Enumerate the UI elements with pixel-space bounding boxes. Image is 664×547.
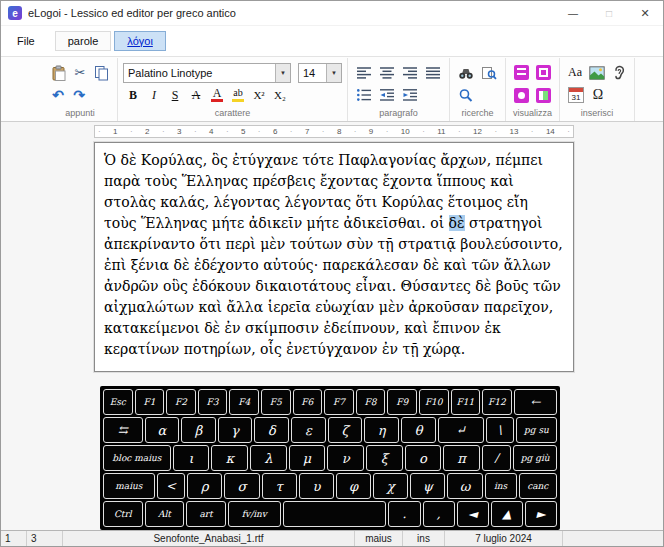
key-f8[interactable]: F8	[356, 389, 386, 415]
key-f2[interactable]: F2	[166, 389, 196, 415]
insert-image-button[interactable]	[586, 63, 608, 83]
superscript-button[interactable]: X²	[249, 85, 269, 105]
key-f4[interactable]: F4	[229, 389, 259, 415]
key-enter[interactable]: ↵	[438, 417, 484, 443]
key-θ[interactable]: θ	[401, 417, 436, 443]
key-slash[interactable]: /	[482, 445, 512, 471]
decrease-indent-button[interactable]	[376, 85, 398, 105]
key-esc[interactable]: Esc	[103, 389, 133, 415]
view-option-2-button[interactable]	[533, 63, 554, 83]
font-color-button[interactable]: A	[207, 85, 227, 105]
key-space[interactable]	[283, 501, 387, 527]
text-editor[interactable]: Ὁ δὲ Κορύλας, ὃς ἐτύγχανε τότε Παφλαγονί…	[94, 142, 574, 372]
insert-symbol-button[interactable]: Ω	[588, 85, 608, 105]
insert-date-button[interactable]: 31	[565, 85, 587, 105]
key-pg-giu[interactable]: pg giù	[513, 445, 557, 471]
key-f10[interactable]: F10	[419, 389, 449, 415]
file-menu[interactable]: File	[11, 32, 41, 50]
align-right-button[interactable]	[399, 63, 421, 83]
key-f6[interactable]: F6	[293, 389, 323, 415]
key-arrow-up[interactable]: ▲	[491, 501, 523, 527]
key-ξ[interactable]: ξ	[366, 445, 403, 471]
key-ρ[interactable]: ρ	[187, 473, 222, 499]
subscript-button[interactable]: X₂	[270, 85, 290, 105]
underline-button[interactable]: S	[165, 85, 185, 105]
align-center-button[interactable]	[376, 63, 398, 83]
key-φ[interactable]: φ	[336, 473, 371, 499]
key-σ[interactable]: σ	[224, 473, 259, 499]
key-π[interactable]: π	[443, 445, 480, 471]
key-less-than[interactable]: <	[157, 473, 186, 499]
key-η[interactable]: η	[364, 417, 399, 443]
redo-button[interactable]: ↷	[69, 85, 89, 105]
font-size-select[interactable]: 14 ▼	[298, 63, 342, 83]
key-ι[interactable]: ι	[173, 445, 210, 471]
key-canc[interactable]: canc	[519, 473, 557, 499]
tab-logoi[interactable]: λόγοι	[114, 31, 166, 51]
key-fv-inv[interactable]: fv/inv	[228, 501, 281, 527]
key-arrow-left[interactable]: ◄	[457, 501, 489, 527]
minimize-button[interactable]: —	[555, 1, 591, 25]
view-option-4-button[interactable]	[533, 85, 554, 105]
find-replace-button[interactable]	[478, 63, 500, 83]
key-f5[interactable]: F5	[261, 389, 291, 415]
key-backslash[interactable]: \	[486, 417, 514, 443]
search-lexicon-button[interactable]	[455, 85, 477, 105]
italic-button[interactable]: I	[144, 85, 164, 105]
align-left-button[interactable]	[353, 63, 375, 83]
key-ω[interactable]: ω	[447, 473, 482, 499]
key-f7[interactable]: F7	[324, 389, 354, 415]
key-γ[interactable]: γ	[218, 417, 253, 443]
view-option-1-button[interactable]	[511, 63, 532, 83]
key-f3[interactable]: F3	[198, 389, 228, 415]
key-f9[interactable]: F9	[387, 389, 417, 415]
key-δ[interactable]: δ	[254, 417, 289, 443]
key-f1[interactable]: F1	[135, 389, 165, 415]
key-α[interactable]: α	[145, 417, 180, 443]
key-alt[interactable]: Alt	[145, 501, 185, 527]
key-λ[interactable]: λ	[250, 445, 287, 471]
highlight-button[interactable]: ab	[228, 85, 248, 105]
key-ctrl[interactable]: Ctrl	[103, 501, 143, 527]
tab-parole[interactable]: parole	[55, 31, 112, 51]
key-tab[interactable]: ⇆	[103, 417, 143, 443]
align-justify-button[interactable]	[422, 63, 444, 83]
key-period[interactable]: .	[388, 501, 420, 527]
increase-indent-button[interactable]	[399, 85, 421, 105]
find-button[interactable]	[455, 63, 477, 83]
key-μ[interactable]: μ	[289, 445, 326, 471]
key-ζ[interactable]: ζ	[328, 417, 363, 443]
key-ν[interactable]: ν	[327, 445, 364, 471]
key-pg-su[interactable]: pg su	[516, 417, 557, 443]
key-β[interactable]: β	[181, 417, 216, 443]
close-button[interactable]: ✕	[627, 1, 663, 25]
key-f12[interactable]: F12	[482, 389, 512, 415]
bullet-list-button[interactable]	[353, 85, 375, 105]
key-κ[interactable]: κ	[211, 445, 248, 471]
bold-button[interactable]: B	[123, 85, 143, 105]
change-case-button[interactable]: Aa	[565, 63, 585, 83]
key-f11[interactable]: F11	[451, 389, 481, 415]
key-comma[interactable]: ,	[423, 501, 455, 527]
key-backspace[interactable]: ←	[514, 389, 557, 415]
paste-button[interactable]	[48, 63, 69, 83]
key-maius[interactable]: maius	[103, 473, 155, 499]
cut-button[interactable]: ✂	[70, 63, 90, 83]
key-ψ[interactable]: ψ	[410, 473, 445, 499]
key-bloc-maius[interactable]: bloc maius	[103, 445, 171, 471]
key-arrow-right[interactable]: ►	[525, 501, 557, 527]
key-ο[interactable]: ο	[405, 445, 442, 471]
maximize-button[interactable]: □	[591, 1, 627, 25]
strikethrough-button[interactable]: A	[186, 85, 206, 105]
font-name-select[interactable]: Palatino Linotype ▼	[123, 63, 291, 83]
key-υ[interactable]: υ	[299, 473, 334, 499]
undo-button[interactable]: ↶	[48, 85, 68, 105]
key-τ[interactable]: τ	[262, 473, 297, 499]
key-ε[interactable]: ε	[291, 417, 326, 443]
listen-button[interactable]	[609, 63, 629, 83]
copy-button[interactable]	[91, 63, 112, 83]
key-χ[interactable]: χ	[373, 473, 408, 499]
view-option-3-button[interactable]	[511, 85, 532, 105]
key-ins[interactable]: ins	[485, 473, 517, 499]
key-art[interactable]: art	[186, 501, 226, 527]
